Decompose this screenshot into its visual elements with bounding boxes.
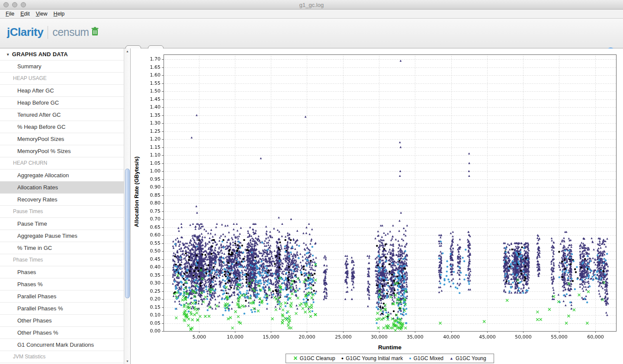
y-axis-label: Allocation Rate (GBytes/s) — [133, 95, 140, 289]
censum-logo-text: censum — [52, 26, 89, 38]
sidebar-item-phase-times: Phase Times — [0, 254, 124, 266]
sidebar-item-memorypool-sizes[interactable]: MemoryPool % Sizes — [0, 145, 124, 157]
menu-help[interactable]: Help — [51, 10, 68, 18]
sidebar-item-label: MemoryPool % Sizes — [17, 148, 71, 154]
scroll-up-icon[interactable]: ▲ — [124, 48, 131, 54]
sidebar-item-tenured-after-gc[interactable]: Tenured After GC — [0, 109, 124, 121]
scrollbar-thumb[interactable] — [125, 169, 130, 298]
legend-item-g1gc-cleanup: ×G1GC Cleanup — [293, 355, 335, 362]
recycle-bin-icon — [91, 27, 99, 38]
legend-item-g1gc-mixed: ●G1GC Mixed — [409, 355, 443, 361]
chart-pane: Allocation Rate (GBytes/s) Runtime ×G1GC… — [131, 48, 623, 364]
sidebar-item-label: Parallel Phases % — [17, 305, 63, 312]
sidebar-item-label: Other Phases % — [17, 329, 58, 336]
sidebar-item-label: HEAP USAGE — [13, 75, 47, 81]
sidebar-item-label: % Heap Before GC — [17, 124, 65, 130]
allocation-rate-chart — [139, 49, 620, 343]
sidebar-item-label: Other Phases — [17, 317, 52, 324]
sidebar-item-label: MemoryPool Sizes — [17, 136, 64, 142]
legend-label: G1GC Young Initial mark — [346, 355, 403, 361]
sidebar-item-label: Summary — [17, 63, 42, 70]
expand-triangle-icon[interactable]: ▾ — [7, 52, 9, 57]
sidebar-item-label: Phases — [17, 269, 36, 275]
sidebar-item-label: Phases % — [17, 281, 43, 287]
legend-item-g1gc-young-initial-mark: ●G1GC Young Initial mark — [341, 355, 403, 361]
sidebar-item-graphs-and-data[interactable]: ▾GRAPHS AND DATA — [0, 48, 124, 61]
sidebar-item-heap-usage: HEAP USAGE — [0, 73, 124, 85]
jclarity-logo-text: jClarity — [7, 26, 43, 39]
menu-view[interactable]: View — [33, 10, 51, 18]
sidebar-item-aggregate-allocation[interactable]: Aggregate Allocation — [0, 169, 124, 182]
legend-item-g1gc-young: ▲G1GC Young — [450, 355, 486, 361]
chart-legend: ×G1GC Cleanup●G1GC Young Initial mark●G1… — [164, 354, 616, 363]
sidebar-item-label: Heap After GC — [17, 87, 54, 94]
sidebar-item-time-in-gc[interactable]: % Time in GC — [0, 242, 124, 254]
sidebar-item-pause-time[interactable]: Pause Time — [0, 218, 124, 230]
menubar: FileEditViewHelp — [0, 10, 623, 19]
sidebar-item-label: Tenured After GC — [17, 112, 61, 118]
sidebar-item-g1-concurrent-mark-durations[interactable]: G1 Concurrent Mark Durations — [0, 339, 124, 351]
sidebar-item-label: % Time in GC — [17, 245, 52, 251]
window-title: g1_gc.log — [0, 2, 623, 8]
x-marker-icon: × — [293, 355, 297, 362]
sidebar: ▾GRAPHS AND DATASummaryHEAP USAGEHeap Af… — [0, 48, 131, 364]
sidebar-item-label: Phase Times — [13, 257, 43, 263]
sidebar-item-other-phases[interactable]: Other Phases — [0, 315, 124, 327]
sidebar-item-memorypool-sizes[interactable]: MemoryPool Sizes — [0, 133, 124, 145]
sidebar-item-label: GRAPHS AND DATA — [12, 51, 68, 57]
legend-label: G1GC Cleanup — [300, 355, 335, 361]
app-logo: jClarity censum — [7, 26, 99, 39]
sidebar-item-heap-before-gc[interactable]: Heap Before GC — [0, 97, 124, 109]
legend-label: G1GC Mixed — [414, 355, 443, 361]
sidebar-item-jvm-statistics: JVM Statistics — [0, 351, 124, 363]
triangle-marker-icon: ▲ — [450, 357, 453, 361]
sidebar-item-other-phases[interactable]: Other Phases % — [0, 327, 124, 339]
sidebar-item-summary[interactable]: Summary — [0, 61, 124, 73]
sidebar-item-label: Pause Time — [17, 220, 47, 227]
scroll-down-icon[interactable]: ▼ — [124, 358, 131, 364]
menu-edit[interactable]: Edit — [17, 10, 33, 18]
sidebar-item-label: Heap Before GC — [17, 99, 59, 106]
sidebar-scrollbar[interactable]: ▲ ▼ — [124, 48, 130, 364]
sidebar-item-label: Allocation Rates — [17, 184, 58, 191]
window-titlebar: g1_gc.log — [0, 0, 623, 10]
sidebar-item-label: Pause Times — [13, 208, 43, 214]
sidebar-item-label: Aggregate Pause Times — [17, 233, 77, 239]
sidebar-item-parallel-phases[interactable]: Parallel Phases % — [0, 303, 124, 315]
sidebar-item-pause-times: Pause Times — [0, 206, 124, 218]
sidebar-item-heap-churn: HEAP CHURN — [0, 157, 124, 169]
sidebar-item-aggregate-pause-times[interactable]: Aggregate Pause Times — [0, 230, 124, 242]
sidebar-item-allocation-rates[interactable]: Allocation Rates — [0, 182, 124, 194]
sidebar-item-recovery-rates[interactable]: Recovery Rates — [0, 194, 124, 206]
sidebar-item-label: JVM Statistics — [13, 354, 45, 360]
sidebar-item-label: Aggregate Allocation — [17, 172, 69, 179]
sidebar-item-label: G1 Concurrent Mark Durations — [17, 342, 94, 348]
sidebar-item-phases[interactable]: Phases — [0, 266, 124, 278]
legend-label: G1GC Young — [456, 355, 486, 361]
toolbar: jClarity censum ← → Allocation Rate i — [0, 19, 623, 48]
dot-marker-icon: ● — [409, 357, 411, 361]
x-axis-label: Runtime — [164, 344, 616, 351]
sidebar-item-parallel-phases[interactable]: Parallel Phases — [0, 291, 124, 303]
sidebar-item-heap-before-gc[interactable]: % Heap Before GC — [0, 121, 124, 133]
sidebar-item-label: Recovery Rates — [17, 196, 57, 203]
sidebar-item-heap-after-gc[interactable]: Heap After GC — [0, 85, 124, 97]
menu-file[interactable]: File — [3, 10, 17, 18]
logo-divider — [48, 26, 48, 39]
dot-marker-icon: ● — [341, 357, 344, 361]
sidebar-item-phases[interactable]: Phases % — [0, 278, 124, 291]
sidebar-item-label: HEAP CHURN — [13, 160, 47, 166]
sidebar-item-label: Parallel Phases — [17, 293, 56, 300]
